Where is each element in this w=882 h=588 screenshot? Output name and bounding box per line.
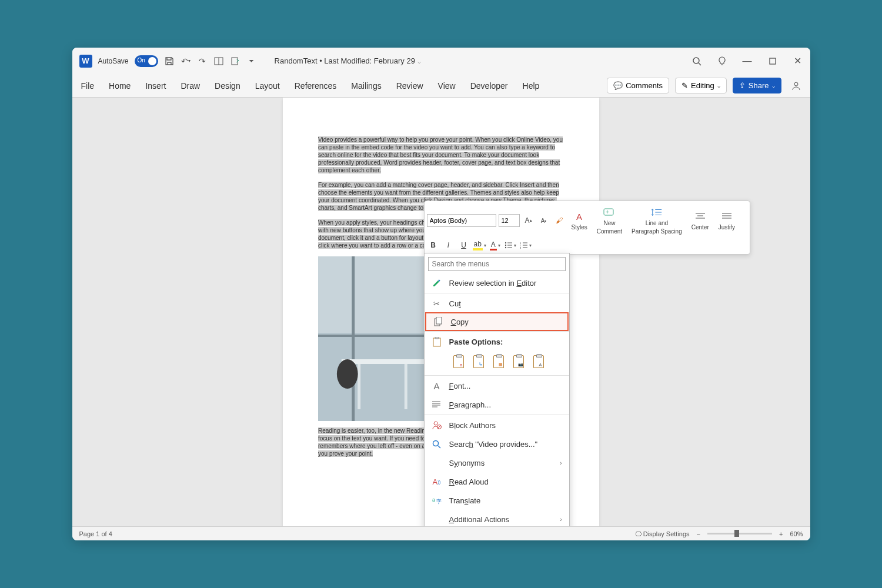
toggle-knob [148, 57, 156, 65]
word-app-window: W AutoSave On ↶▾ ↷ ⏷ RandomText • Last M… [72, 48, 810, 540]
svg-point-52 [434, 422, 437, 425]
synonyms-icon [432, 457, 442, 468]
styles-button[interactable]: AStyles [568, 203, 591, 238]
zoom-in-icon[interactable]: + [779, 530, 783, 537]
font-icon: A [432, 380, 442, 391]
tab-file[interactable]: File [81, 81, 95, 91]
display-settings-button[interactable]: 🖵 Display Settings [635, 530, 690, 537]
tab-home[interactable]: Home [109, 81, 131, 91]
zoom-level[interactable]: 60% [790, 530, 803, 537]
svg-text:+: + [606, 209, 609, 215]
redo-icon[interactable]: ↷ [197, 56, 208, 66]
increase-font-icon[interactable]: A▴ [522, 214, 535, 227]
bold-icon[interactable]: B [427, 239, 440, 252]
translate-icon: a字 [432, 495, 442, 506]
ctx-block-authors[interactable]: Block Authors [425, 416, 569, 435]
decrease-font-icon[interactable]: A▾ [537, 214, 550, 227]
tab-layout[interactable]: Layout [255, 81, 280, 91]
underline-icon[interactable]: U [457, 239, 470, 252]
ctx-label: Cut [449, 299, 562, 308]
close-icon[interactable]: ✕ [793, 56, 803, 66]
maximize-icon[interactable] [767, 56, 778, 66]
paste-keep-text-icon[interactable]: 📷 [510, 353, 527, 370]
ctx-label: Additional Actions [449, 515, 562, 524]
paste-keep-source-icon[interactable]: a [450, 353, 467, 370]
font-family-dropdown[interactable] [427, 214, 496, 227]
ctx-label: Synonyms [449, 459, 562, 467]
ctx-label: Review selection in Editor [449, 279, 562, 288]
share-button[interactable]: ⇪Share⌵ [733, 78, 781, 93]
ctx-synonyms[interactable]: Synonyms › [425, 453, 569, 472]
read-aloud-icon: A)) [432, 476, 442, 487]
mini-toolbar: A▴ A▾ 🖌 AStyles +NewComment Line andPara… [424, 201, 750, 255]
svg-text:a: a [432, 497, 435, 503]
paste-merge-icon[interactable]: ↳ [470, 353, 487, 370]
tab-references[interactable]: References [295, 81, 337, 91]
tab-review[interactable]: Review [396, 81, 423, 91]
editing-button[interactable]: ✎Editing⌵ [675, 78, 727, 93]
paragraph-icon [432, 399, 442, 410]
save-icon[interactable] [164, 56, 175, 66]
ctx-cut[interactable]: ✂ Cut [425, 294, 569, 313]
justify-button[interactable]: Justify [715, 203, 739, 238]
svg-rect-45 [436, 317, 442, 324]
font-color-icon[interactable]: A [489, 239, 502, 252]
svg-point-3 [693, 58, 699, 64]
comments-button[interactable]: 💬Comments [607, 78, 669, 93]
italic-icon[interactable]: I [442, 239, 455, 252]
ctx-search[interactable]: Search "Video provides..." [425, 435, 569, 453]
tab-insert[interactable]: Insert [145, 81, 166, 91]
paste-text-only-icon[interactable]: A [530, 353, 547, 370]
share-icon: ⇪ [739, 81, 746, 90]
minimize-icon[interactable]: — [742, 56, 753, 66]
svg-line-56 [438, 446, 440, 448]
qat-icon-2[interactable] [230, 56, 240, 66]
svg-line-4 [699, 63, 701, 65]
block-authors-icon [432, 420, 442, 430]
ctx-label: Block Authors [449, 421, 562, 430]
document-title[interactable]: RandomText • Last Modified: February 29 … [275, 56, 421, 65]
highlight-icon[interactable]: ab [473, 239, 486, 252]
account-icon[interactable] [791, 81, 801, 91]
line-spacing-icon [651, 206, 663, 218]
zoom-out-icon[interactable]: − [697, 530, 700, 537]
line-spacing-button[interactable]: Line andParagraph Spacing [628, 203, 686, 238]
styles-icon: A [573, 211, 585, 222]
search-icon[interactable] [691, 56, 702, 66]
format-painter-icon[interactable]: 🖌 [553, 214, 566, 227]
svg-rect-47 [435, 337, 439, 339]
ctx-font[interactable]: A Font... [425, 376, 569, 395]
page-indicator[interactable]: Page 1 of 4 [79, 530, 112, 537]
autosave-toggle[interactable]: On [135, 55, 158, 67]
font-size-dropdown[interactable] [499, 214, 520, 227]
bullets-icon[interactable] [504, 239, 517, 252]
tab-view[interactable]: View [438, 81, 456, 91]
ctx-additional-actions[interactable]: Additional Actions › [425, 510, 569, 526]
new-comment-button[interactable]: +NewComment [593, 203, 626, 238]
zoom-slider[interactable] [707, 533, 772, 534]
tab-mailings[interactable]: Mailings [351, 81, 381, 91]
tab-design[interactable]: Design [215, 81, 240, 91]
tab-developer[interactable]: Developer [470, 81, 508, 91]
document-canvas[interactable]: Video provides a powerful way to help yo… [72, 98, 810, 526]
numbering-icon[interactable]: 123 [519, 239, 532, 252]
ctx-label: Search "Video provides..." [449, 440, 562, 449]
paragraph-1[interactable]: Video provides a powerful way to help yo… [318, 136, 564, 174]
tab-help[interactable]: Help [523, 81, 540, 91]
menu-search-input[interactable] [428, 257, 566, 271]
ctx-copy[interactable]: Copy [425, 312, 569, 331]
qat-icon-1[interactable] [213, 56, 224, 66]
qat-customize-icon[interactable]: ⏷ [246, 56, 257, 66]
ctx-review-editor[interactable]: Review selection in Editor [425, 273, 569, 292]
ctx-label: Paste Options: [449, 338, 562, 346]
ctx-read-aloud[interactable]: A)) Read Aloud [425, 472, 569, 491]
ctx-paragraph[interactable]: Paragraph... [425, 395, 569, 414]
paste-picture-icon[interactable]: ▦ [490, 353, 507, 370]
search-menu-icon [432, 439, 442, 449]
ctx-translate[interactable]: a字 Translate [425, 491, 569, 510]
lightbulb-icon[interactable] [717, 56, 727, 66]
additional-actions-icon [432, 514, 442, 524]
center-button[interactable]: Center [688, 203, 713, 238]
undo-icon[interactable]: ↶▾ [181, 56, 191, 66]
tab-draw[interactable]: Draw [181, 81, 200, 91]
